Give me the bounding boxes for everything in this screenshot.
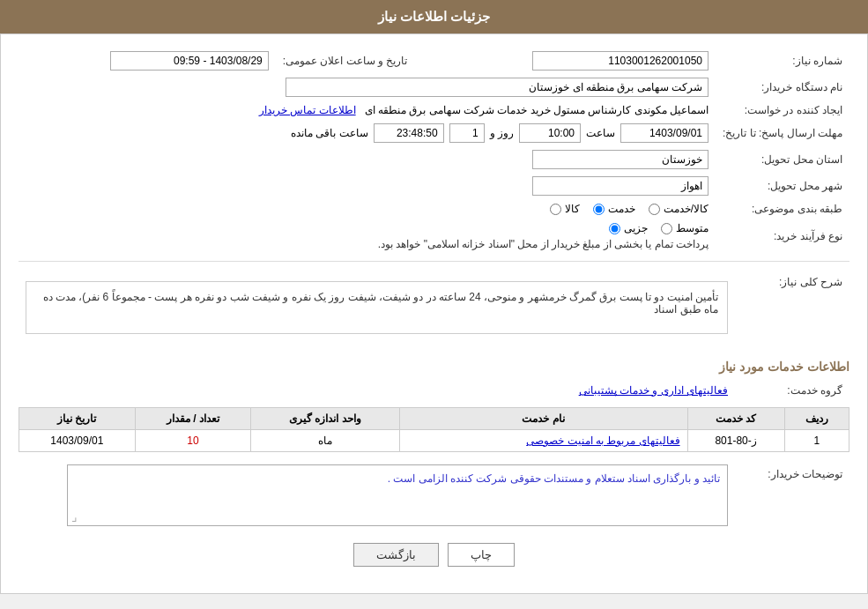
- row-category: طبقه بندی موضوعی: کالا/خدمت خدمت: [19, 199, 849, 219]
- row-service-group: گروه خدمت: فعالیتهای اداری و خدمات پشتیب…: [19, 381, 849, 400]
- buyer-notes-box: تائید و بارگذاری اسناد ستعلام و مستندات …: [67, 464, 728, 526]
- services-table: ردیف کد خدمت نام خدمت واحد اندازه گیری ت…: [19, 407, 849, 452]
- buyer-notes-table: توضیحات خریدار: تائید و بارگذاری اسناد س…: [19, 461, 849, 530]
- category-radio-group: کالا/خدمت خدمت کالا: [26, 203, 708, 215]
- service-group-label: گروه خدمت:: [735, 381, 849, 400]
- procedure-motavaset-label: متوسط: [676, 222, 708, 234]
- th-name: نام خدمت: [399, 408, 687, 430]
- row-description: شرح کلی نیاز: تأمین امنیت دو تا پست برق …: [19, 269, 849, 346]
- authority-label: نام دستگاه خریدار:: [716, 74, 849, 100]
- buyer-notes-text: تائید و بارگذاری اسناد ستعلام و مستندات …: [388, 472, 720, 485]
- category-kala-khadamat-label: کالا/خدمت: [664, 203, 708, 215]
- print-button[interactable]: چاپ: [448, 543, 515, 567]
- category-kala-label: کالا: [565, 203, 580, 215]
- main-content: شماره نیاز: تاریخ و ساعت اعلان عمومی: نا…: [0, 33, 868, 594]
- category-kala-radio[interactable]: [550, 204, 561, 215]
- services-section-title: اطلاعات خدمات مورد نیاز: [19, 360, 849, 374]
- th-code: کد خدمت: [687, 408, 784, 430]
- resize-handle: ⌟: [71, 509, 78, 524]
- deadline-label: مهلت ارسال پاسخ: تا تاریخ:: [716, 120, 849, 146]
- deadline-remaining-label: ساعت باقی مانده: [291, 127, 368, 139]
- province-label: استان محل تحویل:: [716, 146, 849, 173]
- row-procedure: نوع فرآیند خرید: متوسط جزیی: [19, 219, 849, 254]
- city-label: شهر محل تحویل:: [716, 173, 849, 199]
- deadline-remaining-input[interactable]: [374, 123, 444, 143]
- description-table: شرح کلی نیاز: تأمین امنیت دو تا پست برق …: [19, 269, 849, 346]
- buyer-notes-label: توضیحات خریدار:: [735, 461, 849, 530]
- cell-code: ز-80-801: [687, 430, 784, 452]
- category-kala-option: کالا: [550, 203, 580, 215]
- procedure-radio-group: متوسط جزیی: [26, 222, 708, 234]
- city-input[interactable]: [532, 176, 708, 196]
- th-unit: واحد اندازه گیری: [251, 408, 400, 430]
- category-label: طبقه بندی موضوعی:: [716, 199, 849, 219]
- date-label: تاریخ و ساعت اعلان عمومی:: [276, 48, 415, 74]
- procedure-motavaset-radio[interactable]: [661, 223, 672, 234]
- service-group-value[interactable]: فعالیتهای اداری و خدمات پشتیبانی: [579, 384, 728, 397]
- category-khadamat-radio[interactable]: [593, 204, 605, 215]
- procedure-motavaset-option: متوسط: [661, 222, 708, 234]
- category-kala-khadamat-option: کالا/خدمت: [649, 203, 708, 215]
- th-quantity: تعداد / مقدار: [135, 408, 251, 430]
- category-khadamat-label: خدمت: [608, 203, 635, 215]
- description-label: شرح کلی نیاز:: [735, 269, 849, 346]
- deadline-days-label: روز و: [490, 127, 514, 139]
- description-box: تأمین امنیت دو تا پست برق گمرگ خرمشهر و …: [26, 281, 728, 334]
- creator-label: ایجاد کننده در خواست:: [716, 100, 849, 120]
- procedure-note: پرداخت تمام یا بخشی از مبلغ خریدار از مح…: [26, 238, 708, 250]
- deadline-days-input[interactable]: [449, 123, 485, 143]
- bottom-buttons: چاپ بازگشت: [19, 543, 849, 567]
- page-header: جزئیات اطلاعات نیاز: [0, 0, 868, 33]
- page-title: جزئیات اطلاعات نیاز: [378, 9, 490, 24]
- cell-row: 1: [784, 430, 849, 452]
- deadline-time-label: ساعت: [586, 127, 615, 139]
- row-buyer-notes: توضیحات خریدار: تائید و بارگذاری اسناد س…: [19, 461, 849, 530]
- row-deadline: مهلت ارسال پاسخ: تا تاریخ: ساعت روز و سا…: [19, 120, 849, 146]
- th-date: تاریخ نیاز: [19, 408, 136, 430]
- th-row: ردیف: [784, 408, 849, 430]
- date-input[interactable]: [110, 51, 269, 71]
- row-creator: ایجاد کننده در خواست: اسماعیل مکوندی کار…: [19, 100, 849, 120]
- cell-name[interactable]: فعالیتهای مربوط به امنیت خصوصی: [399, 430, 687, 452]
- row-city: شهر محل تحویل:: [19, 173, 849, 199]
- creator-name: اسماعیل مکوندی کارشناس مستول خرید خدمات …: [365, 104, 708, 116]
- services-table-header-row: ردیف کد خدمت نام خدمت واحد اندازه گیری ت…: [19, 408, 849, 430]
- procedure-jozii-option: جزیی: [609, 222, 648, 234]
- province-input[interactable]: [532, 150, 708, 169]
- row-authority: نام دستگاه خریدار:: [19, 74, 849, 100]
- tender-number-input[interactable]: [532, 51, 708, 71]
- authority-input[interactable]: [286, 78, 708, 97]
- info-table: شماره نیاز: تاریخ و ساعت اعلان عمومی: نا…: [19, 48, 849, 254]
- deadline-time-input[interactable]: [519, 123, 581, 143]
- cell-unit: ماه: [251, 430, 400, 452]
- divider-1: [19, 261, 849, 262]
- cell-quantity: 10: [135, 430, 251, 452]
- procedure-jozii-radio[interactable]: [609, 223, 620, 234]
- cell-date: 1403/09/01: [19, 430, 136, 452]
- category-kala-khadamat-radio[interactable]: [649, 204, 660, 215]
- description-text: تأمین امنیت دو تا پست برق گمرگ خرمشهر و …: [43, 291, 718, 316]
- table-row: 1 ز-80-801 فعالیتهای مربوط به امنیت خصوص…: [19, 430, 849, 452]
- back-button[interactable]: بازگشت: [353, 543, 439, 567]
- tender-number-label: شماره نیاز:: [716, 48, 849, 74]
- procedure-label: نوع فرآیند خرید:: [716, 219, 849, 254]
- procedure-jozii-label: جزیی: [624, 222, 648, 234]
- row-province: استان محل تحویل:: [19, 146, 849, 173]
- row-tender-date: شماره نیاز: تاریخ و ساعت اعلان عمومی:: [19, 48, 849, 74]
- category-khadamat-option: خدمت: [593, 203, 635, 215]
- creator-link[interactable]: اطلاعات تماس خریدار: [259, 104, 356, 116]
- deadline-date-input[interactable]: [620, 123, 708, 143]
- service-group-table: گروه خدمت: فعالیتهای اداری و خدمات پشتیب…: [19, 381, 849, 400]
